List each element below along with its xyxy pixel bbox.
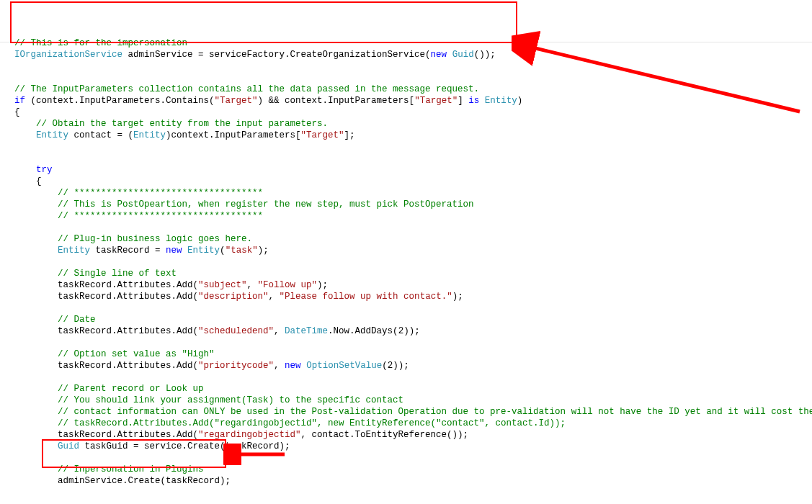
token-kw: if — [14, 96, 25, 106]
token-txt: taskRecord.Attributes.Add( — [14, 292, 198, 302]
code-line: // The InputParameters collection contai… — [14, 84, 812, 95]
token-txt: ()); — [474, 50, 496, 60]
token-kw: try — [36, 165, 53, 175]
code-line — [14, 487, 812, 498]
code-line — [14, 452, 812, 464]
token-txt: taskRecord.Attributes.Add( — [14, 361, 198, 371]
code-line: // *********************************** — [14, 187, 812, 199]
token-type: Entity — [58, 246, 90, 256]
token-str: "prioritycode" — [198, 361, 274, 371]
code-line: adminService.Create(taskRecord); — [14, 475, 812, 487]
token-txt: , contact.ToEntityReference()); — [301, 430, 469, 440]
token-txt: , — [274, 361, 285, 371]
token-txt — [14, 165, 36, 175]
token-txt: ); — [452, 292, 463, 302]
token-txt: (2)); — [382, 361, 409, 371]
token-kw: is — [468, 96, 479, 106]
code-line: // *********************************** — [14, 210, 812, 222]
token-txt: , — [269, 292, 280, 302]
token-str: "Target" — [215, 96, 258, 106]
token-comment: // Option set value as "High" — [14, 349, 215, 359]
token-comment: // taskRecord.Attributes.Add("regardingo… — [14, 418, 566, 428]
code-line: Entity contact = (Entity)context.InputPa… — [14, 130, 812, 141]
code-line: try — [14, 164, 812, 176]
code-line: // This is PostOpeartion, when register … — [14, 199, 812, 210]
token-str: "task" — [226, 246, 258, 256]
code-line — [14, 141, 812, 153]
token-txt: contact = ( — [68, 130, 133, 140]
token-txt: taskRecord.Attributes.Add( — [14, 430, 198, 440]
code-line: // Inpersonation in Plugins — [14, 464, 812, 475]
code-line: if (context.InputParameters.Contains("Ta… — [14, 95, 812, 107]
token-txt: , — [247, 280, 258, 290]
code-line: Guid taskGuid = service.Create(taskRecor… — [14, 441, 812, 452]
token-str: "Follow up" — [258, 280, 318, 290]
code-line: taskRecord.Attributes.Add("description",… — [14, 291, 812, 302]
code-line: // Parent record or Look up — [14, 383, 812, 395]
token-txt: taskRecord.Attributes.Add( — [14, 280, 198, 290]
token-comment: // contact information can ONLY be used … — [14, 407, 812, 417]
token-str: "subject" — [198, 280, 247, 290]
token-comment: // The InputParameters collection contai… — [14, 84, 479, 94]
code-line: // You should link your assignment(Task)… — [14, 395, 812, 406]
code-line — [14, 302, 812, 314]
token-type: Entity — [485, 96, 517, 106]
token-comment: // Inpersonation in Plugins — [14, 464, 204, 474]
code-editor[interactable]: // This is for the impersonationIOrganiz… — [0, 0, 812, 504]
token-comment: // Date — [14, 315, 96, 325]
code-line — [14, 256, 812, 268]
token-comment: // You should link your assignment(Task)… — [14, 395, 403, 405]
token-txt: adminService = serviceFactory.CreateOrga… — [122, 50, 431, 60]
token-txt — [182, 246, 188, 256]
token-txt: ] — [458, 96, 468, 106]
token-str: "scheduledend" — [198, 326, 274, 336]
token-type: Guid — [58, 441, 79, 451]
code-line: taskRecord.Attributes.Add("prioritycode"… — [14, 360, 812, 372]
code-line: IOrganizationService adminService = serv… — [14, 49, 812, 60]
token-comment: // Single line of text — [14, 269, 177, 279]
code-line: // Single line of text — [14, 268, 812, 279]
code-line — [14, 153, 812, 164]
token-txt: { — [14, 107, 20, 117]
code-line: // Obtain the target entity from the inp… — [14, 118, 812, 130]
code-line: { — [14, 176, 812, 187]
token-str: "Target" — [301, 130, 344, 140]
code-line — [14, 60, 812, 72]
token-txt: ) — [517, 96, 523, 106]
token-txt — [479, 96, 485, 106]
token-type: Entity — [187, 246, 220, 256]
token-type: DateTime — [285, 326, 328, 336]
token-type: Guid — [452, 50, 474, 60]
token-txt: .Now.AddDays(2)); — [328, 326, 420, 336]
token-txt: ( — [220, 246, 226, 256]
token-txt: )context.InputParameters[ — [166, 130, 301, 140]
token-comment: // Obtain the target entity from the inp… — [14, 119, 328, 129]
token-txt: ); — [317, 280, 328, 290]
token-txt: { — [14, 176, 42, 186]
token-txt — [447, 50, 452, 60]
token-txt: taskRecord.Attributes.Add( — [14, 326, 198, 336]
token-txt: taskRecord = — [90, 246, 166, 256]
token-kw: new — [431, 50, 447, 60]
token-comment: // Parent record or Look up — [14, 384, 204, 394]
code-lines: // This is for the impersonationIOrganiz… — [14, 37, 812, 504]
code-line — [14, 372, 812, 383]
horizontal-rule — [0, 42, 812, 42]
token-str: "regardingobjectid" — [198, 430, 301, 440]
code-line: // This is for the impersonation — [14, 37, 812, 49]
code-line — [14, 337, 812, 348]
token-str: "Target" — [414, 96, 458, 106]
token-txt: adminService.Create(taskRecord); — [14, 476, 231, 486]
code-line: { — [14, 107, 812, 118]
code-line: taskRecord.Attributes.Add("regardingobje… — [14, 429, 812, 441]
token-comment: // This is PostOpeartion, when register … — [14, 199, 474, 210]
token-txt: (context.InputParameters.Contains( — [25, 96, 215, 106]
token-kw: new — [285, 361, 301, 371]
token-comment: // *********************************** — [14, 188, 263, 198]
token-type: IOrganizationService — [14, 50, 122, 60]
code-line: // taskRecord.Attributes.Add("regardingo… — [14, 418, 812, 429]
token-txt: ]; — [344, 130, 355, 140]
code-line: // Date — [14, 314, 812, 325]
token-txt — [301, 361, 307, 371]
token-str: "Please follow up with contact." — [280, 292, 452, 302]
